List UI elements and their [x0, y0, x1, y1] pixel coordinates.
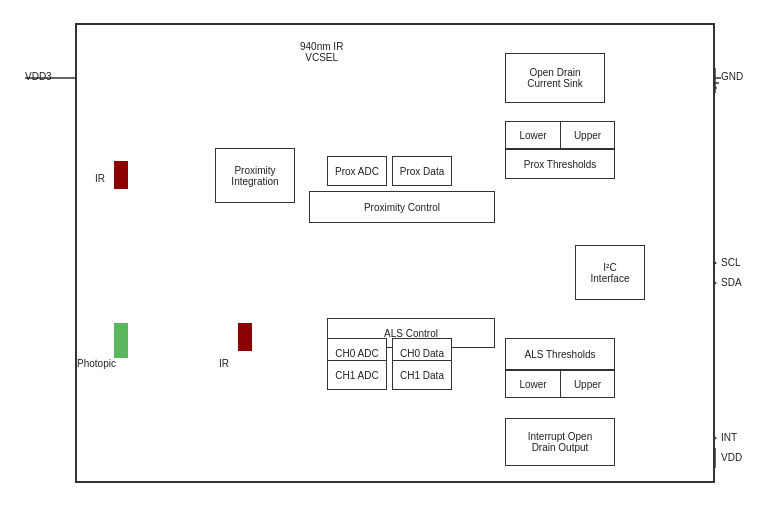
vcsel-label: 940nm IRVCSEL: [300, 41, 343, 63]
ir-led-top: [114, 161, 128, 189]
ch1-adc-box: CH1 ADC: [327, 360, 387, 390]
prox-adc-box: Prox ADC: [327, 156, 387, 186]
proximity-control-box: Proximity Control: [309, 191, 495, 223]
i2c-interface-box: I²CInterface: [575, 245, 645, 300]
als-thresholds-box: ALS Thresholds: [505, 338, 615, 370]
vdd3-label: VDD3: [25, 71, 52, 82]
upper-top-box: Upper: [560, 121, 615, 149]
interrupt-open-drain-box: Interrupt OpenDrain Output: [505, 418, 615, 466]
lower-top-box: Lower: [505, 121, 560, 149]
scl-label: SCL: [721, 257, 740, 268]
open-drain-box: Open DrainCurrent Sink: [505, 53, 605, 103]
prox-thresholds-box: Prox Thresholds: [505, 149, 615, 179]
photopic-led: [114, 323, 128, 358]
proximity-integration-box: ProximityIntegration: [215, 148, 295, 203]
ir-top-label: IR: [95, 173, 105, 184]
lower-bottom-box: Lower: [505, 370, 560, 398]
photopic-label: Photopic: [77, 358, 116, 369]
prox-data-box: Prox Data: [392, 156, 452, 186]
diagram-container: VDD3 GND SCL SDA INT VDD IR Photopic IR …: [15, 13, 765, 503]
sda-label: SDA: [721, 277, 742, 288]
ir-led-bottom: [238, 323, 252, 351]
ch1-data-box: CH1 Data: [392, 360, 452, 390]
int-label: INT: [721, 432, 737, 443]
upper-bottom-box: Upper: [560, 370, 615, 398]
gnd-label: GND: [721, 71, 743, 82]
ir-bottom-label: IR: [219, 358, 229, 369]
vdd-label: VDD: [721, 452, 742, 463]
